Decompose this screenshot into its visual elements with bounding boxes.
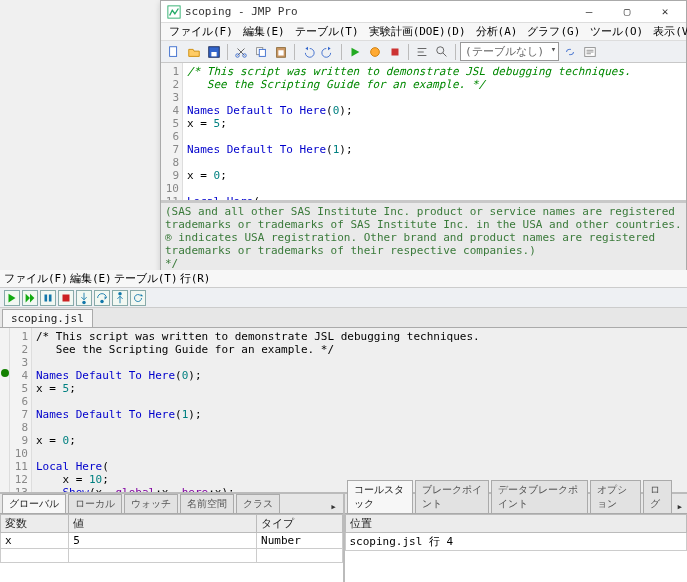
tab-namespace[interactable]: 名前空間 [180, 494, 234, 513]
tab-local[interactable]: ローカル [68, 494, 122, 513]
debug-code-area[interactable]: /* This script was written to demonstrat… [32, 328, 687, 492]
tab-global[interactable]: グローバル [2, 494, 66, 513]
debug-window: ファイル(F) 編集(E) テーブル(T) 行(R) scoping.jsl 1… [0, 270, 687, 582]
continue-no-break-icon[interactable] [22, 290, 38, 306]
svg-rect-1 [170, 46, 177, 56]
maximize-button[interactable]: ▢ [612, 3, 642, 21]
dbg-menu-table[interactable]: テーブル(T) [114, 271, 178, 286]
col-variable[interactable]: 変数 [1, 515, 69, 533]
paste-icon[interactable] [272, 43, 290, 61]
cut-icon[interactable] [232, 43, 250, 61]
reformat-icon[interactable] [413, 43, 431, 61]
step-into-icon[interactable] [76, 290, 92, 306]
dbg-menu-file[interactable]: ファイル(F) [4, 271, 68, 286]
svg-point-17 [82, 300, 86, 304]
col-position[interactable]: 位置 [345, 515, 687, 533]
table-row[interactable]: x 5 Number [1, 533, 343, 549]
svg-point-12 [437, 46, 444, 53]
toolbar-separator [408, 44, 409, 60]
variables-panel: グローバル ローカル ウォッチ 名前空間 クラス ▸ 変数 値 タイプ x [0, 494, 345, 582]
break-icon[interactable] [40, 290, 56, 306]
col-type[interactable]: タイプ [257, 515, 342, 533]
svg-rect-9 [278, 50, 283, 55]
log-icon[interactable] [581, 43, 599, 61]
tab-breakpoints[interactable]: ブレークポイント [415, 480, 489, 513]
restart-icon[interactable] [130, 290, 146, 306]
close-button[interactable]: ✕ [650, 3, 680, 21]
line-gutter: 1 2 3 4 5 6 7 8 9 10 11 12 13 14 15 [161, 63, 183, 200]
undo-icon[interactable] [299, 43, 317, 61]
breakpoint-gutter[interactable] [0, 328, 10, 492]
new-icon[interactable] [165, 43, 183, 61]
tabs-scroll-right-icon[interactable]: ▸ [327, 500, 341, 513]
svg-point-10 [371, 47, 380, 56]
debug-menubar: ファイル(F) 編集(E) テーブル(T) 行(R) [0, 270, 687, 288]
right-tabs: コールスタック ブレークポイント データブレークポイント オプション ログ ▸ [345, 494, 688, 514]
dbg-menu-row[interactable]: 行(R) [180, 271, 211, 286]
left-tabs: グローバル ローカル ウォッチ 名前空間 クラス ▸ [0, 494, 343, 514]
redo-icon[interactable] [319, 43, 337, 61]
step-over-icon[interactable] [94, 290, 110, 306]
svg-rect-15 [49, 294, 52, 301]
menu-doe[interactable]: 実験計画(DOE)(D) [365, 23, 470, 40]
debug-toolbar [0, 288, 687, 308]
window-title: scoping - JMP Pro [185, 5, 574, 18]
code-area[interactable]: /* This script was written to demonstrat… [183, 63, 686, 200]
menu-tools[interactable]: ツール(O) [586, 23, 647, 40]
tab-options[interactable]: オプション [590, 480, 642, 513]
app-icon [167, 5, 181, 19]
script-editor[interactable]: 1 2 3 4 5 6 7 8 9 10 11 12 13 14 15 /* T… [161, 63, 686, 203]
copy-icon[interactable] [252, 43, 270, 61]
continue-icon[interactable] [4, 290, 20, 306]
open-icon[interactable] [185, 43, 203, 61]
titlebar: scoping - JMP Pro – ▢ ✕ [161, 1, 686, 23]
table-row[interactable]: scoping.jsl 行 4 [345, 533, 687, 551]
toolbar-separator [341, 44, 342, 60]
svg-rect-16 [63, 294, 70, 301]
tab-log[interactable]: ログ [643, 480, 672, 513]
menubar: ファイル(F) 編集(E) テーブル(T) 実験計画(DOE)(D) 分析(A)… [161, 23, 686, 41]
debug-icon[interactable] [366, 43, 384, 61]
toolbar-separator [227, 44, 228, 60]
debug-tabstrip: scoping.jsl [0, 308, 687, 328]
menu-table[interactable]: テーブル(T) [291, 23, 363, 40]
toolbar-separator [455, 44, 456, 60]
toolbar: (テーブルなし) [161, 41, 686, 63]
stop-debug-icon[interactable] [58, 290, 74, 306]
menu-analyze[interactable]: 分析(A) [472, 23, 522, 40]
menu-view[interactable]: 表示(V) [649, 23, 687, 40]
step-out-icon[interactable] [112, 290, 128, 306]
svg-point-19 [118, 291, 122, 295]
col-value[interactable]: 値 [69, 515, 257, 533]
debug-editor[interactable]: 1 2 3 4 5 6 7 8 9 10 11 12 13 14 15 16 1… [0, 328, 687, 492]
callstack-panel: コールスタック ブレークポイント データブレークポイント オプション ログ ▸ … [345, 494, 688, 582]
table-row[interactable] [1, 549, 343, 563]
run-icon[interactable] [346, 43, 364, 61]
minimize-button[interactable]: – [574, 3, 604, 21]
svg-rect-7 [259, 49, 265, 56]
debug-file-tab[interactable]: scoping.jsl [2, 309, 93, 327]
tab-callstack[interactable]: コールスタック [347, 480, 414, 513]
svg-rect-11 [392, 48, 399, 55]
menu-file[interactable]: ファイル(F) [165, 23, 237, 40]
tabs-scroll-right-icon[interactable]: ▸ [674, 500, 685, 513]
svg-rect-14 [45, 294, 48, 301]
tab-databreakpoints[interactable]: データブレークポイント [491, 480, 588, 513]
dbg-menu-edit[interactable]: 編集(E) [70, 271, 112, 286]
svg-rect-3 [211, 52, 216, 56]
save-icon[interactable] [205, 43, 223, 61]
stop-icon[interactable] [386, 43, 404, 61]
link-icon[interactable] [561, 43, 579, 61]
variables-grid[interactable]: 変数 値 タイプ x 5 Number [0, 514, 343, 582]
debug-bottom-panels: グローバル ローカル ウォッチ 名前空間 クラス ▸ 変数 値 タイプ x [0, 492, 687, 582]
callstack-grid[interactable]: 位置 scoping.jsl 行 4 [345, 514, 688, 582]
tab-class[interactable]: クラス [236, 494, 280, 513]
search-icon[interactable] [433, 43, 451, 61]
table-dropdown[interactable]: (テーブルなし) [460, 42, 559, 61]
log-comment: (SAS and all other SAS Institute Inc. pr… [165, 205, 682, 270]
tab-watch[interactable]: ウォッチ [124, 494, 178, 513]
menu-graph[interactable]: グラフ(G) [523, 23, 584, 40]
menu-edit[interactable]: 編集(E) [239, 23, 289, 40]
svg-point-18 [100, 299, 104, 303]
debug-line-gutter: 1 2 3 4 5 6 7 8 9 10 11 12 13 14 15 16 1… [10, 328, 32, 492]
